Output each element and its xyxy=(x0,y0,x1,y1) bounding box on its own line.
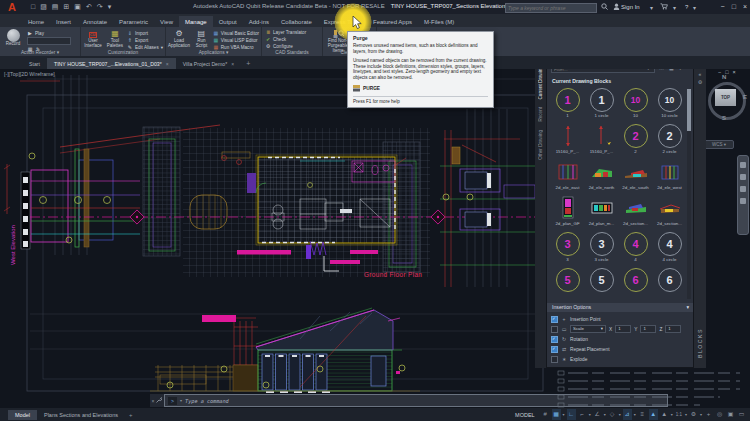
tab-view[interactable]: View xyxy=(154,16,179,27)
autocad-logo[interactable]: A xyxy=(3,1,21,13)
search-icon[interactable] xyxy=(601,3,608,11)
undo-icon[interactable]: ↶ xyxy=(86,0,92,14)
model-space-label[interactable]: MODEL xyxy=(515,412,535,418)
user-icon[interactable] xyxy=(613,3,620,11)
check-button[interactable]: ✔ Check xyxy=(265,36,306,42)
file-tab-villa[interactable]: Villa Project Demo* × xyxy=(176,58,242,69)
polar-tracking-icon[interactable]: ∠ xyxy=(593,409,602,420)
auto-hide-icon[interactable]: « xyxy=(699,70,702,78)
block-item[interactable]: 2d_ele_north xyxy=(585,159,618,191)
workspace-icon[interactable]: ⚙ xyxy=(689,409,698,420)
chevron-down-icon[interactable]: ▾ xyxy=(563,412,565,417)
play-button[interactable]: ▶ Play xyxy=(27,30,71,36)
viewcube-top-face[interactable]: TOP xyxy=(715,89,736,106)
tab-featured-apps[interactable]: Featured Apps xyxy=(367,16,418,27)
palette-scrollbar-thumb[interactable] xyxy=(687,89,691,131)
chevron-down-icon[interactable]: ▾ xyxy=(650,4,653,11)
block-item[interactable]: 2 2 xyxy=(619,123,652,155)
block-item[interactable]: 1 1 xyxy=(551,87,584,119)
plot-icon[interactable]: ▣ xyxy=(74,0,81,14)
help-icon[interactable]: ? xyxy=(685,4,688,10)
save-as-icon[interactable]: ⊞ xyxy=(63,0,69,14)
scale-y-input[interactable]: 1 xyxy=(640,325,656,333)
orbit-icon[interactable] xyxy=(740,186,746,192)
block-item[interactable]: 10 10 circle xyxy=(653,87,686,119)
customize-icon[interactable] xyxy=(156,397,162,404)
palette-tab-other-drawing[interactable]: Other Drawing xyxy=(538,130,543,160)
snap-icon[interactable]: ▦ xyxy=(552,409,561,420)
autoscale-icon[interactable]: ▲ xyxy=(660,409,669,420)
viewcube-south[interactable]: S xyxy=(722,115,726,121)
chevron-down-icon[interactable]: ▾ xyxy=(180,398,182,403)
close-tab-icon[interactable]: × xyxy=(166,61,169,67)
scale-x-input[interactable]: 1 xyxy=(615,325,631,333)
tab-m-files[interactable]: M-Files (M) xyxy=(418,16,460,27)
object-snap-icon[interactable]: ⊿ xyxy=(623,409,632,420)
panel-label-cad-standards[interactable]: CAD Standards xyxy=(262,49,322,56)
block-item[interactable]: 2d_plan_GF xyxy=(551,195,584,227)
block-item[interactable]: 4 4 xyxy=(619,231,652,263)
panel-label-action-recorder[interactable]: Action Recorder ▾ xyxy=(0,49,80,56)
wcs-menu[interactable]: WCS ▾ xyxy=(704,140,734,149)
block-item[interactable]: 2d_ele_south xyxy=(619,159,652,191)
search-input[interactable] xyxy=(505,3,597,13)
repeat-placement-checkbox[interactable] xyxy=(551,346,558,353)
chevron-down-icon[interactable]: ▾ xyxy=(693,4,696,11)
tab-insert[interactable]: Insert xyxy=(50,16,77,27)
close-tab-icon[interactable]: × xyxy=(231,61,234,67)
layer-translator-button[interactable]: ≣ Layer Translator xyxy=(265,29,306,35)
tool-palettes-button[interactable]: ▦ Tool Palettes xyxy=(105,28,125,50)
viewport-controls[interactable]: [-][Top][2D Wireframe] xyxy=(4,71,55,77)
block-item[interactable]: 10 10 xyxy=(619,87,652,119)
close-icon[interactable]: × xyxy=(743,0,747,14)
block-item[interactable]: 15160_P_... xyxy=(551,123,584,155)
new-drawing-tab-button[interactable]: + xyxy=(241,60,255,69)
block-item[interactable]: 2d_section... xyxy=(619,195,652,227)
insertion-options-header[interactable]: Insertion Options ▾ xyxy=(547,303,693,312)
scale-checkbox[interactable] xyxy=(551,326,558,333)
block-item[interactable]: 15160_P_... xyxy=(585,123,618,155)
ortho-icon[interactable]: ⌐ xyxy=(578,409,587,420)
run-script-button[interactable]: ▤ Run Script xyxy=(192,28,211,50)
tab-parametric[interactable]: Parametric xyxy=(113,16,154,27)
block-item[interactable]: 2d_section... xyxy=(653,195,686,227)
file-tab-active[interactable]: TINY HOUSE_TRP007_...Elevations_01_D03* … xyxy=(47,58,176,69)
viewcube[interactable]: N E S W TOP WCS ▾ xyxy=(702,74,750,154)
steering-wheel-icon[interactable] xyxy=(740,198,746,204)
navigation-bar[interactable] xyxy=(737,155,749,235)
command-input[interactable]: > ▾ Type a command xyxy=(164,394,668,407)
block-item[interactable]: 1 1 circle xyxy=(585,87,618,119)
annotation-scale-icon[interactable]: 1:1 xyxy=(675,409,683,420)
chevron-down-icon[interactable]: ▾ xyxy=(700,412,702,417)
block-item[interactable]: 2d_plan_m... xyxy=(585,195,618,227)
block-item[interactable]: 2d_ele_east xyxy=(551,159,584,191)
block-item[interactable]: 2 2 circle xyxy=(653,123,686,155)
clean-screen-icon[interactable]: ▭ xyxy=(737,409,746,420)
infer-constraints-icon[interactable]: ∟ xyxy=(567,409,576,420)
open-icon[interactable]: ▨ xyxy=(40,0,47,14)
block-item[interactable]: 6 xyxy=(653,267,686,293)
block-item[interactable]: 5 xyxy=(551,267,584,293)
block-item[interactable]: 5 xyxy=(585,267,618,293)
new-layout-button[interactable]: + xyxy=(125,412,137,418)
tab-manage[interactable]: Manage xyxy=(179,16,213,27)
layout-tab[interactable]: Plans Sections and Elevations xyxy=(37,410,125,420)
lineweight-icon[interactable]: ≡ xyxy=(638,409,647,420)
load-application-button[interactable]: ⚙ Load Application xyxy=(168,28,190,50)
block-item[interactable]: 3 3 circle xyxy=(585,231,618,263)
command-line-grip[interactable]: × xyxy=(150,394,164,407)
panel-label-applications[interactable]: Applications ▾ xyxy=(166,49,261,56)
import-button[interactable]: ⇓ Import xyxy=(127,30,163,36)
isolate-objects-icon[interactable]: ◎ xyxy=(715,409,724,420)
zoom-icon[interactable] xyxy=(740,174,746,180)
palette-tab-current-drawing[interactable]: Current Drawing xyxy=(538,66,543,99)
tab-annotate[interactable]: Annotate xyxy=(77,16,113,27)
close-icon[interactable]: × xyxy=(152,398,155,404)
chevron-down-icon[interactable]: ▾ xyxy=(619,412,621,417)
save-icon[interactable]: ▤ xyxy=(52,0,59,14)
user-interface-button[interactable]: CUI User Interface xyxy=(83,28,103,50)
tab-output[interactable]: Output xyxy=(213,16,243,27)
explode-checkbox[interactable] xyxy=(551,356,558,363)
redo-icon[interactable]: ↷ xyxy=(97,0,103,14)
qat-menu-icon[interactable]: ▾ xyxy=(108,0,112,14)
